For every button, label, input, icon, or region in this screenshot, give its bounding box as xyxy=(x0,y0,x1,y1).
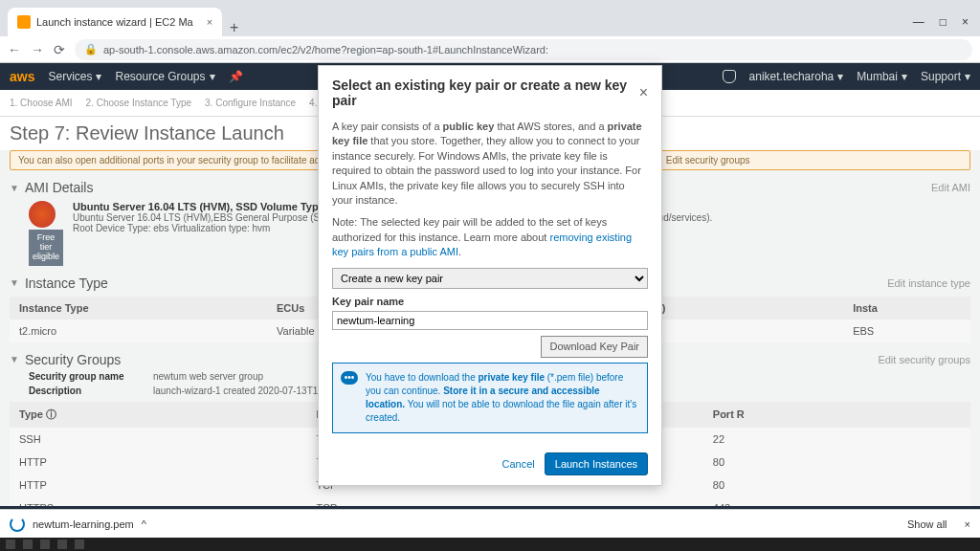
modal-title: Select an existing key pair or create a … xyxy=(332,77,639,108)
keypair-name-label: Key pair name xyxy=(332,295,648,309)
key-pair-modal: Select an existing key pair or create a … xyxy=(318,65,662,486)
info-icon: ••• xyxy=(341,371,358,385)
modal-p2: Note: The selected key pair will be adde… xyxy=(332,215,648,259)
close-modal-icon[interactable]: × xyxy=(639,84,648,101)
launch-instances-button[interactable]: Launch Instances xyxy=(545,452,648,475)
modal-backdrop: Select an existing key pair or create a … xyxy=(0,0,980,551)
download-keypair-button[interactable]: Download Key Pair xyxy=(541,336,648,358)
modal-p1: A key pair consists of a public key that… xyxy=(332,120,648,208)
keypair-select[interactable]: Create a new key pair xyxy=(332,268,648,289)
info-box: ••• You have to download the private key… xyxy=(332,363,648,433)
keypair-name-input[interactable] xyxy=(332,311,648,330)
modal-cancel-button[interactable]: Cancel xyxy=(502,458,535,470)
